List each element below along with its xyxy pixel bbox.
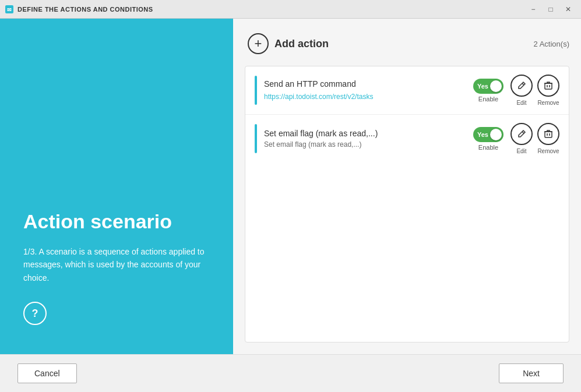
action-info: Send an HTTP command https://api.todoist… [264, 79, 466, 101]
action-subtitle: Set email flag (mark as read,...) [264, 140, 466, 149]
action-buttons: Edit Remove [510, 75, 559, 106]
action-link[interactable]: https://api.todoist.com/rest/v2/tasks [264, 93, 373, 101]
svg-rect-5 [545, 132, 552, 137]
add-action-label: Add action [274, 38, 329, 50]
panel-title: Action scenario [23, 210, 210, 234]
close-button[interactable]: ✕ [560, 3, 576, 16]
right-panel: + Add action 2 Action(s) Send an HTTP co… [233, 19, 581, 354]
window-title: DEFINE THE ACTIONS AND CONDITIONS [17, 6, 525, 13]
toggle-container: Yes Enable [473, 127, 503, 151]
action-item: Set email flag (mark as read,...) Set em… [245, 115, 569, 163]
bottom-bar: Cancel Next [0, 354, 581, 392]
toggle-knob [490, 80, 502, 92]
svg-text:✉: ✉ [7, 7, 12, 13]
edit-wrapper: Edit [510, 75, 533, 106]
help-icon[interactable]: ? [23, 302, 47, 325]
main-content: Action scenario 1/3. A scenario is a seq… [0, 19, 581, 354]
app-icon: ✉ [5, 5, 14, 14]
action-info: Set email flag (mark as read,...) Set em… [264, 129, 466, 149]
edit-label: Edit [516, 148, 526, 154]
remove-wrapper: Remove [537, 123, 559, 154]
enable-label: Enable [478, 96, 498, 103]
trash-icon [544, 81, 553, 90]
remove-label: Remove [537, 100, 559, 106]
remove-button[interactable] [537, 123, 559, 145]
actions-list: Send an HTTP command https://api.todoist… [245, 66, 569, 342]
action-border [255, 124, 257, 153]
action-name: Send an HTTP command [264, 79, 466, 89]
action-border [255, 76, 257, 105]
add-action-bar: + Add action 2 Action(s) [245, 30, 569, 57]
toggle-knob [490, 129, 502, 140]
enable-toggle[interactable]: Yes [473, 79, 503, 94]
title-bar: ✉ DEFINE THE ACTIONS AND CONDITIONS − □ … [0, 0, 581, 19]
edit-button[interactable] [510, 75, 533, 97]
minimize-button[interactable]: − [525, 3, 541, 16]
toggle-yes-label: Yes [477, 83, 488, 90]
action-count: 2 Action(s) [534, 40, 569, 48]
remove-label: Remove [537, 148, 559, 154]
action-name: Set email flag (mark as read,...) [264, 129, 466, 138]
panel-description: 1/3. A scenario is a sequence of actions… [23, 245, 210, 284]
enable-toggle[interactable]: Yes [473, 127, 503, 142]
enable-label: Enable [478, 144, 498, 151]
trash-icon [544, 129, 553, 139]
svg-rect-2 [545, 83, 552, 89]
toggle-yes-label: Yes [477, 131, 488, 138]
pencil-icon [517, 81, 526, 90]
maximize-button[interactable]: □ [543, 3, 559, 16]
window-controls: − □ ✕ [525, 3, 576, 16]
edit-label: Edit [516, 100, 526, 106]
remove-button[interactable] [537, 75, 559, 97]
left-panel: Action scenario 1/3. A scenario is a seq… [0, 19, 233, 354]
edit-button[interactable] [510, 123, 533, 145]
remove-wrapper: Remove [537, 75, 559, 106]
pencil-icon [517, 129, 526, 139]
add-circle-icon: + [248, 33, 269, 54]
edit-wrapper: Edit [510, 123, 533, 154]
cancel-button[interactable]: Cancel [17, 363, 77, 383]
action-item: Send an HTTP command https://api.todoist… [245, 66, 569, 115]
action-buttons: Edit Remove [510, 123, 559, 154]
add-action-button[interactable]: + Add action [245, 30, 332, 57]
next-button[interactable]: Next [499, 363, 564, 383]
toggle-container: Yes Enable [473, 79, 503, 103]
